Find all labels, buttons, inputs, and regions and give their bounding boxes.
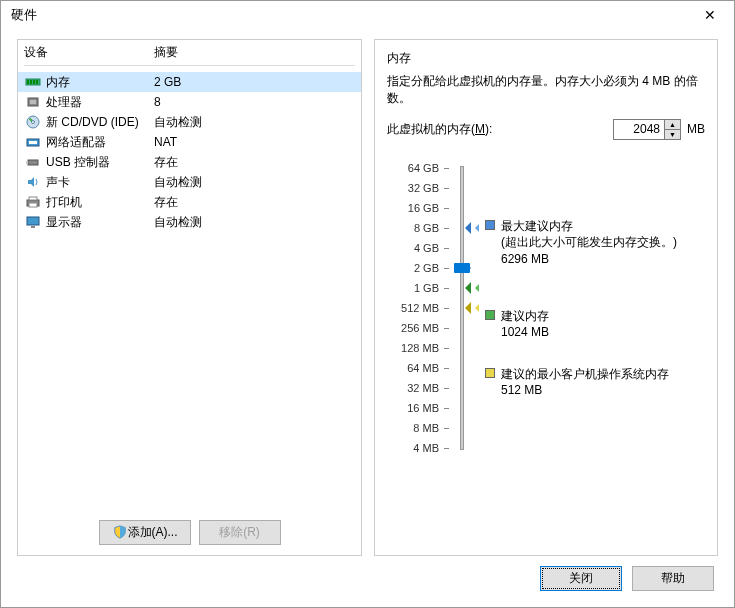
memory-input[interactable] (614, 120, 664, 139)
sound-icon (24, 174, 42, 190)
tick-label: 4 MB (413, 438, 439, 458)
legend-rec: 建议内存 1024 MB (485, 308, 549, 342)
memory-input-row: 此虚拟机的内存(M): ▲▼ MB (387, 119, 705, 140)
device-row[interactable]: 声卡自动检测 (18, 172, 361, 192)
device-row[interactable]: 内存2 GB (18, 72, 361, 92)
device-table-header: 设备 摘要 (18, 40, 361, 72)
memory-input-label: 此虚拟机的内存(M): (387, 121, 607, 138)
help-button[interactable]: 帮助 (632, 566, 714, 591)
memory-title: 内存 (387, 50, 705, 67)
tick-label: 8 GB (414, 218, 439, 238)
legend-min-swatch (485, 368, 495, 378)
legend-max-swatch (485, 220, 495, 230)
svg-rect-1 (27, 80, 29, 84)
spin-down-icon[interactable]: ▼ (665, 130, 680, 139)
svg-rect-14 (29, 197, 37, 200)
device-name: USB 控制器 (46, 154, 154, 171)
device-row[interactable]: 处理器8 (18, 92, 361, 112)
shield-icon (112, 525, 126, 539)
tick-label: 32 GB (408, 178, 439, 198)
legend-rec-swatch (485, 310, 495, 320)
device-summary: 自动检测 (154, 174, 355, 191)
device-row[interactable]: 新 CD/DVD (IDE)自动检测 (18, 112, 361, 132)
svg-rect-3 (33, 80, 35, 84)
printer-icon (24, 194, 42, 210)
svg-rect-4 (36, 80, 38, 84)
svg-rect-11 (28, 160, 38, 165)
cpu-icon (24, 94, 42, 110)
tick-label: 8 MB (413, 418, 439, 438)
max-marker-icon (459, 222, 471, 234)
device-row[interactable]: 显示器自动检测 (18, 212, 361, 232)
legend-max: 最大建议内存 (超出此大小可能发生内存交换。) 6296 MB (485, 218, 677, 268)
slider-track[interactable] (451, 158, 473, 458)
tick-label: 16 GB (408, 198, 439, 218)
svg-rect-2 (30, 80, 32, 84)
add-button[interactable]: 添加(A)... (99, 520, 191, 545)
device-name: 打印机 (46, 194, 154, 211)
disc-icon (24, 114, 42, 130)
tick-label: 512 MB (401, 298, 439, 318)
device-summary: NAT (154, 135, 355, 149)
col-device[interactable]: 设备 (24, 44, 154, 66)
close-button[interactable]: 关闭 (540, 566, 622, 591)
tick-label: 2 GB (414, 258, 439, 278)
device-row[interactable]: USB 控制器存在 (18, 152, 361, 172)
device-summary: 存在 (154, 154, 355, 171)
device-name: 声卡 (46, 174, 154, 191)
device-name: 显示器 (46, 214, 154, 231)
memory-desc: 指定分配给此虚拟机的内存量。内存大小必须为 4 MB 的倍数。 (387, 73, 705, 107)
device-row[interactable]: 打印机存在 (18, 192, 361, 212)
device-summary: 8 (154, 95, 355, 109)
slider-legend: 最大建议内存 (超出此大小可能发生内存交换。) 6296 MB 建议内存 102… (485, 158, 705, 458)
device-summary: 自动检测 (154, 114, 355, 131)
tick-label: 4 GB (414, 238, 439, 258)
spin-buttons[interactable]: ▲▼ (664, 120, 680, 139)
device-name: 内存 (46, 74, 154, 91)
tick-label: 32 MB (407, 378, 439, 398)
tick-label: 64 MB (407, 358, 439, 378)
svg-rect-15 (29, 203, 37, 207)
rec-marker-icon (459, 282, 471, 294)
memory-slider-area: 64 GB32 GB16 GB8 GB4 GB2 GB1 GB512 MB256… (387, 158, 705, 458)
window-title: 硬件 (11, 6, 690, 24)
device-summary: 2 GB (154, 75, 355, 89)
dialog-footer: 关闭 帮助 (17, 556, 718, 597)
device-name: 网络适配器 (46, 134, 154, 151)
slider-ticks: 64 GB32 GB16 GB8 GB4 GB2 GB1 GB512 MB256… (387, 158, 439, 458)
tick-label: 16 MB (407, 398, 439, 418)
svg-rect-17 (31, 226, 35, 228)
min-marker-icon (459, 302, 471, 314)
spin-up-icon[interactable]: ▲ (665, 120, 680, 130)
svg-rect-6 (30, 100, 36, 104)
device-name: 处理器 (46, 94, 154, 111)
legend-min: 建议的最小客户机操作系统内存 512 MB (485, 366, 669, 400)
memory-unit: MB (687, 122, 705, 136)
device-list[interactable]: 内存2 GB处理器8新 CD/DVD (IDE)自动检测网络适配器NATUSB … (18, 72, 361, 512)
device-buttons: 添加(A)... 移除(R) (18, 512, 361, 555)
display-icon (24, 214, 42, 230)
titlebar: 硬件 ✕ (1, 1, 734, 29)
remove-button: 移除(R) (199, 520, 281, 545)
device-row[interactable]: 网络适配器NAT (18, 132, 361, 152)
content-area: 设备 摘要 内存2 GB处理器8新 CD/DVD (IDE)自动检测网络适配器N… (1, 29, 734, 607)
svg-rect-16 (27, 217, 39, 225)
slider-handle[interactable] (454, 263, 470, 273)
memory-spinner[interactable]: ▲▼ (613, 119, 681, 140)
svg-rect-12 (26, 161, 28, 164)
memory-icon (24, 74, 42, 90)
device-summary: 存在 (154, 194, 355, 211)
close-icon[interactable]: ✕ (690, 2, 730, 28)
net-icon (24, 134, 42, 150)
usb-icon (24, 154, 42, 170)
tick-label: 256 MB (401, 318, 439, 338)
tick-label: 1 GB (414, 278, 439, 298)
tick-label: 128 MB (401, 338, 439, 358)
hardware-dialog: 硬件 ✕ 设备 摘要 内存2 GB处理器8新 CD/DVD (IDE)自动检测网… (0, 0, 735, 608)
memory-panel: 内存 指定分配给此虚拟机的内存量。内存大小必须为 4 MB 的倍数。 此虚拟机的… (374, 39, 718, 556)
col-summary[interactable]: 摘要 (154, 44, 355, 66)
device-name: 新 CD/DVD (IDE) (46, 114, 154, 131)
device-panel: 设备 摘要 内存2 GB处理器8新 CD/DVD (IDE)自动检测网络适配器N… (17, 39, 362, 556)
svg-rect-10 (29, 141, 37, 144)
tick-label: 64 GB (408, 158, 439, 178)
